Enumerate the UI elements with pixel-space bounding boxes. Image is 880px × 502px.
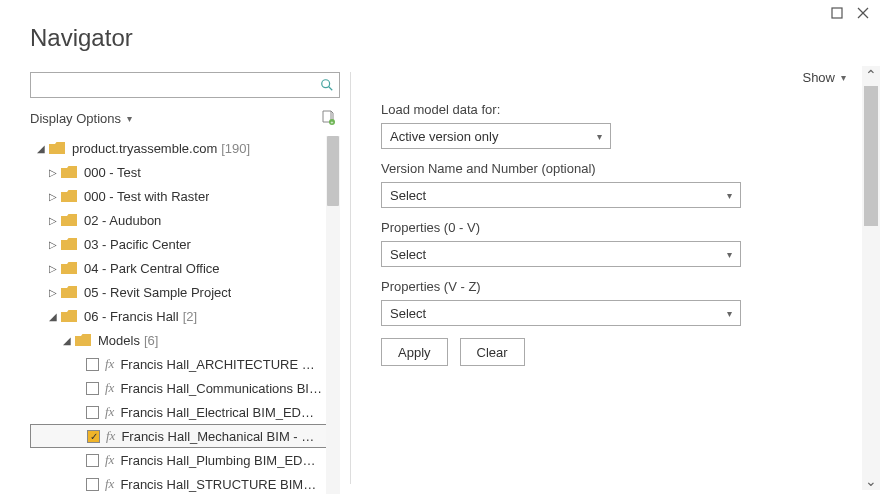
tree-scrollbar[interactable]	[326, 136, 340, 494]
search-input[interactable]	[31, 78, 315, 93]
page-title: Navigator	[0, 0, 880, 62]
scroll-down-icon[interactable]: ⌄	[862, 472, 880, 490]
folder-icon	[60, 237, 78, 251]
search-icon[interactable]	[315, 78, 339, 92]
tree-folder[interactable]: ▷000 - Test with Raster	[30, 184, 340, 208]
tree-model-item[interactable]: ▷fxFrancis Hall_Plumbing BIM_EDDIE	[30, 448, 340, 472]
checkbox[interactable]	[86, 478, 99, 491]
chevron-down-icon: ▾	[727, 190, 732, 201]
tree-model-item[interactable]: ▷fxFrancis Hall_Communications BIM_E...	[30, 376, 340, 400]
checkbox[interactable]	[86, 406, 99, 419]
fx-icon: fx	[106, 428, 115, 444]
load-model-label: Load model data for:	[381, 102, 862, 117]
chevron-down-icon: ▾	[127, 113, 132, 124]
expand-icon[interactable]: ▷	[46, 239, 60, 250]
expand-icon[interactable]: ▷	[46, 263, 60, 274]
svg-line-4	[329, 87, 333, 91]
item-count: [190]	[221, 141, 250, 156]
props-vz-select[interactable]: Select ▾	[381, 300, 741, 326]
expand-icon[interactable]: ▷	[46, 287, 60, 298]
tree-folder-expanded[interactable]: ◢ 06 - Francis Hall [2]	[30, 304, 340, 328]
clear-button[interactable]: Clear	[460, 338, 525, 366]
fx-icon: fx	[105, 404, 114, 420]
fx-icon: fx	[105, 356, 114, 372]
checkbox[interactable]	[86, 382, 99, 395]
item-count: [6]	[144, 333, 158, 348]
chevron-down-icon: ▾	[727, 249, 732, 260]
scrollbar-thumb[interactable]	[864, 86, 878, 226]
close-icon[interactable]	[856, 6, 870, 20]
svg-rect-0	[832, 8, 842, 18]
scroll-up-icon[interactable]: ⌃	[862, 66, 880, 84]
svg-text:+: +	[331, 119, 334, 125]
chevron-down-icon: ▾	[841, 72, 846, 83]
properties-panel: Show ▾ Load model data for: Active versi…	[351, 62, 880, 494]
chevron-down-icon: ▾	[727, 308, 732, 319]
tree-folder[interactable]: ▷02 - Audubon	[30, 208, 340, 232]
right-scrollbar[interactable]: ⌃ ⌄	[862, 66, 880, 490]
collapse-icon[interactable]: ◢	[46, 311, 60, 322]
folder-icon	[60, 285, 78, 299]
props-vz-label: Properties (V - Z)	[381, 279, 862, 294]
tree-folder[interactable]: ▷03 - Pacific Center	[30, 232, 340, 256]
checkbox[interactable]: ✓	[87, 430, 100, 443]
collapse-icon[interactable]: ◢	[34, 143, 48, 154]
fx-icon: fx	[105, 476, 114, 492]
checkbox[interactable]	[86, 358, 99, 371]
folder-icon	[60, 165, 78, 179]
refresh-icon[interactable]: +	[320, 110, 336, 126]
tree-model-item[interactable]: ▷fxFrancis Hall_ARCHITECTURE BIM_20...	[30, 352, 340, 376]
apply-button[interactable]: Apply	[381, 338, 448, 366]
scrollbar-thumb[interactable]	[327, 136, 339, 206]
props-av-select[interactable]: Select ▾	[381, 241, 741, 267]
folder-icon	[60, 261, 78, 275]
version-name-label: Version Name and Number (optional)	[381, 161, 862, 176]
expand-icon[interactable]: ▷	[46, 215, 60, 226]
expand-icon[interactable]: ▷	[46, 191, 60, 202]
svg-point-3	[322, 80, 330, 88]
tree-folder[interactable]: ▷04 - Park Central Office	[30, 256, 340, 280]
folder-icon	[48, 141, 66, 155]
tree-root[interactable]: ◢ product.tryassemble.com [190]	[30, 136, 340, 160]
item-count: [2]	[183, 309, 197, 324]
tree-model-item[interactable]: ▷✓fxFrancis Hall_Mechanical BIM - SCHE..…	[30, 424, 340, 448]
tree-folder[interactable]: ▷000 - Test	[30, 160, 340, 184]
fx-icon: fx	[105, 380, 114, 396]
collapse-icon[interactable]: ◢	[60, 335, 74, 346]
search-input-container	[30, 72, 340, 98]
show-dropdown[interactable]: Show ▾	[802, 70, 846, 85]
fx-icon: fx	[105, 452, 114, 468]
folder-icon	[60, 309, 78, 323]
maximize-icon[interactable]	[830, 6, 844, 20]
checkbox[interactable]	[86, 454, 99, 467]
chevron-down-icon: ▾	[597, 131, 602, 142]
version-name-select[interactable]: Select ▾	[381, 182, 741, 208]
tree-models-folder[interactable]: ◢ Models [6]	[30, 328, 340, 352]
load-model-select[interactable]: Active version only ▾	[381, 123, 611, 149]
navigator-panel: Display Options ▾ + ◢ product.tryassembl…	[0, 62, 350, 494]
folder-icon	[60, 213, 78, 227]
folder-icon	[74, 333, 92, 347]
tree-model-item[interactable]: ▷fxFrancis Hall_Electrical BIM_EDDIE	[30, 400, 340, 424]
tree-folder[interactable]: ▷05 - Revit Sample Project	[30, 280, 340, 304]
props-av-label: Properties (0 - V)	[381, 220, 862, 235]
tree-model-item[interactable]: ▷fxFrancis Hall_STRUCTURE BIM_ EDDIE	[30, 472, 340, 494]
tree-view: ◢ product.tryassemble.com [190] ▷000 - T…	[30, 136, 340, 494]
display-options-dropdown[interactable]: Display Options ▾	[30, 111, 132, 126]
folder-icon	[60, 189, 78, 203]
expand-icon[interactable]: ▷	[46, 167, 60, 178]
